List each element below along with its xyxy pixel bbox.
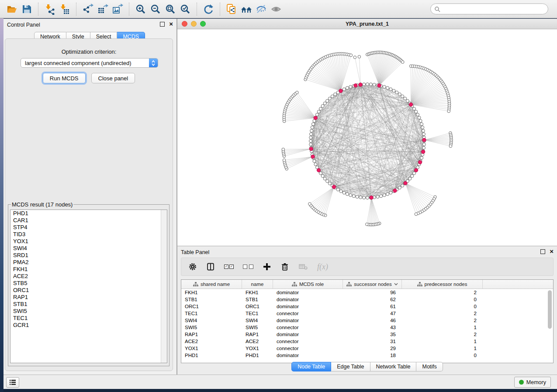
network-node[interactable] bbox=[411, 175, 414, 178]
node-table[interactable]: shared namenameMCDS rolesuccessor nodesp… bbox=[181, 279, 554, 363]
network-node-hub[interactable] bbox=[409, 103, 412, 106]
cell-predecessor-nodes[interactable]: 0 bbox=[402, 296, 483, 303]
network-node[interactable] bbox=[422, 146, 426, 149]
network-node-hub[interactable] bbox=[314, 116, 317, 120]
open-session-button[interactable] bbox=[4, 2, 19, 17]
network-node[interactable] bbox=[359, 196, 362, 199]
network-node[interactable] bbox=[311, 123, 315, 126]
network-node[interactable] bbox=[309, 143, 312, 146]
table-row[interactable]: SWI4SWI4dominator462 bbox=[181, 317, 553, 324]
search-field[interactable] bbox=[430, 3, 548, 14]
network-node[interactable] bbox=[363, 83, 366, 86]
table-scrollbar-thumb[interactable] bbox=[548, 290, 552, 329]
network-node[interactable] bbox=[363, 196, 366, 199]
network-node[interactable] bbox=[309, 140, 312, 143]
network-node[interactable] bbox=[309, 136, 312, 139]
mcds-result-item[interactable]: ACE2 bbox=[10, 273, 167, 280]
network-node[interactable] bbox=[315, 113, 318, 116]
cell-successor-nodes[interactable]: 29 bbox=[343, 345, 402, 352]
network-node[interactable] bbox=[420, 156, 423, 159]
chevron-down-icon[interactable] bbox=[394, 283, 398, 285]
network-node[interactable] bbox=[406, 100, 409, 103]
cell-successor-nodes[interactable]: 61 bbox=[343, 303, 402, 310]
zoom-fit-button[interactable] bbox=[163, 2, 178, 17]
network-node[interactable] bbox=[412, 172, 415, 175]
network-node[interactable] bbox=[422, 143, 426, 146]
network-node[interactable] bbox=[366, 223, 369, 226]
column-header-mcds-role[interactable]: MCDS role bbox=[273, 280, 343, 289]
tab-network-table[interactable]: Network Table bbox=[370, 362, 417, 371]
mcds-result-item[interactable]: RAP1 bbox=[10, 294, 167, 301]
network-node[interactable] bbox=[334, 93, 337, 96]
network-node-hub[interactable] bbox=[317, 168, 320, 172]
cell-successor-nodes[interactable]: 31 bbox=[343, 338, 402, 345]
tab-edge-table[interactable]: Edge Table bbox=[331, 362, 370, 371]
table-row[interactable]: ORC1ORC1dominator610 bbox=[181, 303, 553, 310]
network-node[interactable] bbox=[319, 107, 322, 110]
task-history-button[interactable] bbox=[6, 377, 19, 388]
network-node-hub[interactable] bbox=[309, 147, 313, 151]
network-node[interactable] bbox=[349, 54, 353, 57]
network-node[interactable] bbox=[313, 160, 316, 163]
cell-mcds-role[interactable]: connector bbox=[273, 345, 343, 352]
tab-node-table[interactable]: Node Table bbox=[291, 362, 331, 371]
show-all-button[interactable] bbox=[269, 2, 284, 17]
network-node[interactable] bbox=[415, 213, 418, 216]
network-node[interactable] bbox=[323, 177, 326, 180]
close-panel-icon[interactable]: × bbox=[169, 21, 173, 27]
network-node[interactable] bbox=[308, 203, 311, 206]
mcds-result-item[interactable]: ORC1 bbox=[10, 287, 167, 294]
table-row[interactable]: PHD1PHD1dominator180 bbox=[181, 352, 553, 359]
network-node[interactable] bbox=[353, 56, 356, 59]
network-node[interactable] bbox=[369, 83, 372, 86]
network-node[interactable] bbox=[398, 93, 401, 96]
network-node[interactable] bbox=[319, 172, 322, 175]
cell-name[interactable]: TEC1 bbox=[242, 310, 273, 317]
network-node[interactable] bbox=[366, 196, 369, 199]
mcds-result-item[interactable]: STB5 bbox=[10, 280, 167, 287]
mcds-result-item[interactable]: YOX1 bbox=[10, 238, 167, 245]
cell-predecessor-nodes[interactable]: 1 bbox=[402, 338, 483, 345]
network-node[interactable] bbox=[358, 55, 361, 58]
cell-successor-nodes[interactable]: 96 bbox=[343, 289, 402, 296]
float-panel-icon[interactable] bbox=[160, 22, 165, 27]
cell-name[interactable]: FKH1 bbox=[242, 289, 273, 296]
table-row[interactable]: TEC1TEC1connector472 bbox=[181, 310, 553, 317]
table-row[interactable]: RAP1RAP1dominator352 bbox=[181, 331, 553, 338]
mcds-result-item[interactable]: TEC1 bbox=[10, 315, 167, 322]
cell-predecessor-nodes[interactable]: 0 bbox=[402, 303, 483, 310]
cell-shared-name[interactable]: TEC1 bbox=[181, 310, 242, 317]
export-table-button[interactable] bbox=[95, 2, 110, 17]
network-node[interactable] bbox=[339, 190, 343, 193]
network-node[interactable] bbox=[282, 148, 285, 151]
cell-shared-name[interactable]: ORC1 bbox=[181, 303, 242, 310]
cell-name[interactable]: YOX1 bbox=[242, 345, 273, 352]
network-node[interactable] bbox=[420, 123, 423, 126]
cell-name[interactable]: STB1 bbox=[242, 296, 273, 303]
cell-name[interactable]: RAP1 bbox=[242, 331, 273, 338]
network-node[interactable] bbox=[326, 179, 329, 182]
cell-shared-name[interactable]: ACE2 bbox=[181, 338, 242, 345]
mcds-result-item[interactable]: SWI4 bbox=[10, 245, 167, 252]
network-node[interactable] bbox=[386, 193, 389, 196]
cell-shared-name[interactable]: STB1 bbox=[181, 296, 242, 303]
network-node-hub[interactable] bbox=[339, 89, 343, 93]
network-node[interactable] bbox=[380, 195, 383, 198]
network-node[interactable] bbox=[349, 85, 352, 88]
network-node-hub[interactable] bbox=[421, 150, 425, 154]
cell-shared-name[interactable]: PHD1 bbox=[181, 352, 242, 359]
network-node[interactable] bbox=[376, 195, 379, 198]
network-node[interactable] bbox=[401, 184, 404, 187]
network-node-hub[interactable] bbox=[422, 138, 426, 142]
cell-predecessor-nodes[interactable]: 2 bbox=[402, 289, 483, 296]
cell-successor-nodes[interactable]: 47 bbox=[343, 310, 402, 317]
close-panel-button[interactable]: Close panel bbox=[91, 73, 135, 83]
mcds-result-item[interactable]: PHD1 bbox=[10, 210, 167, 217]
function-builder-button[interactable]: f(x) bbox=[317, 262, 328, 272]
network-node[interactable] bbox=[401, 61, 404, 64]
cell-predecessor-nodes[interactable]: 0 bbox=[402, 352, 483, 359]
mcds-result-item[interactable]: STB1 bbox=[10, 301, 167, 308]
table-row[interactable]: ACE2ACE2connector311 bbox=[181, 338, 553, 345]
cell-mcds-role[interactable]: dominator bbox=[273, 317, 343, 324]
network-node[interactable] bbox=[328, 182, 331, 185]
